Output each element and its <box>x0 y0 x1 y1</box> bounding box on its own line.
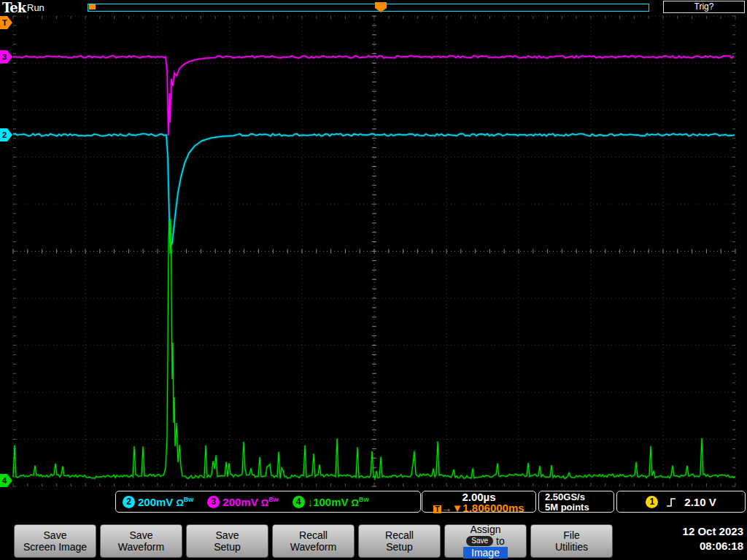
svg-text:3: 3 <box>2 52 7 61</box>
delay-arrow: →▼ <box>441 502 463 514</box>
ch2-bandwidth: Bw <box>184 496 194 503</box>
ch3-readout: 3 200mV ΩBw <box>207 496 278 508</box>
datetime-display: 12 Oct 2023 08:06:18 <box>683 524 743 553</box>
ch2-badge: 2 <box>123 496 135 508</box>
sample-rate: 2.50GS/s <box>545 492 614 502</box>
rising-edge-icon <box>665 497 677 508</box>
time: 08:06:18 <box>683 539 743 553</box>
trigger-source-badge: 1 <box>646 496 658 508</box>
ch3-scale: 200mV <box>222 496 258 508</box>
recall-setup-button[interactable]: Recall Setup <box>358 524 441 558</box>
svg-text:T: T <box>2 18 7 27</box>
recall-waveform-button[interactable]: Recall Waveform <box>272 524 355 558</box>
ch4-badge: 4 <box>293 496 305 508</box>
save-waveform-button[interactable]: Save Waveform <box>100 524 182 558</box>
ch3-coupling: Ω <box>261 497 268 508</box>
horizontal-readout: 2.00µs T→▼1.806000ms <box>422 491 536 513</box>
channel-readouts: 2 200mV ΩBw 3 200mV ΩBw 4 ↓100mV ΩBw <box>115 491 421 513</box>
trigger-time-icon: T <box>433 505 441 513</box>
save-screen-image-button[interactable]: Save Screen Image <box>14 524 96 558</box>
ch4-coupling: Ω <box>352 497 359 508</box>
save-key-icon: Save <box>466 536 493 546</box>
trace-ch2-glow <box>13 133 735 246</box>
ch2-scale: 200mV <box>138 496 173 508</box>
channel-marker-T: T <box>0 16 12 29</box>
ch3-badge: 3 <box>207 496 220 508</box>
trigger-level: 2.10 V <box>684 496 716 508</box>
save-setup-button[interactable]: Save Setup <box>186 524 268 558</box>
ch4-scale: ↓100mV <box>308 496 349 508</box>
svg-text:2: 2 <box>2 131 7 139</box>
channel-marker-3: 3 <box>0 50 12 63</box>
waveform-display: T324 <box>0 0 747 560</box>
trace-ch3 <box>13 55 734 136</box>
ch4-readout: 4 ↓100mV ΩBw <box>293 496 369 508</box>
graticule <box>13 16 735 486</box>
svg-text:4: 4 <box>2 476 7 485</box>
readout-bar: 2 200mV ΩBw 3 200mV ΩBw 4 ↓100mV ΩBw 2.0… <box>0 489 747 517</box>
trigger-readout: 1 2.10 V <box>616 491 746 513</box>
assign-save-button[interactable]: Assign Save to Image <box>444 524 527 558</box>
ch2-readout: 2 200mV ΩBw <box>123 496 193 508</box>
date: 12 Oct 2023 <box>683 524 743 539</box>
trace-ch2 <box>13 133 735 246</box>
ch3-bandwidth: Bw <box>268 496 279 503</box>
acquisition-readout: 2.50GS/s 5M points <box>538 491 614 513</box>
softkey-menu: Save Screen Image Save Waveform Save Set… <box>0 519 747 560</box>
channel-marker-4: 4 <box>0 474 12 487</box>
record-length: 5M points <box>545 502 614 513</box>
timebase-scale: 2.00µs <box>422 491 535 502</box>
trace-ch3-glow <box>13 55 734 136</box>
ch4-bandwidth: Bw <box>359 496 369 503</box>
ch2-coupling: Ω <box>176 497 183 508</box>
channel-marker-2: 2 <box>0 128 12 141</box>
file-utilities-button[interactable]: File Utilities <box>530 524 613 558</box>
assign-target: Image <box>463 547 508 559</box>
trigger-delay-value: 1.806000ms <box>462 502 524 514</box>
